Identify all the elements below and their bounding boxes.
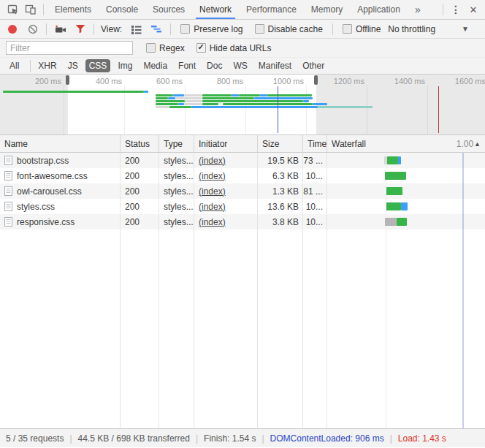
separator: | xyxy=(390,433,392,444)
divider xyxy=(332,23,333,35)
preserve-log-label: Preserve log xyxy=(194,24,242,34)
hide-data-urls-checkbox[interactable]: ✓ Hide data URLs xyxy=(196,43,272,53)
overview-gridline xyxy=(367,85,367,134)
empty-cell xyxy=(121,229,159,428)
type-filter-xhr[interactable]: XHR xyxy=(34,59,60,72)
ruler-tick-label: 800 ms xyxy=(199,77,243,86)
initiator-link[interactable]: (index) xyxy=(199,217,226,227)
type-filter-all[interactable]: All xyxy=(6,59,23,72)
table-empty-area xyxy=(0,229,485,428)
table-row[interactable]: owl-carousel.css 200 styles... (index) 1… xyxy=(0,183,485,199)
close-icon[interactable]: ✕ xyxy=(465,1,482,18)
initiator-link[interactable]: (index) xyxy=(199,202,226,212)
overview-request-bar xyxy=(185,100,202,102)
initiator-link[interactable]: (index) xyxy=(199,171,226,181)
more-tabs-icon[interactable]: » xyxy=(408,0,428,19)
screenshot-capture-icon[interactable] xyxy=(55,24,66,34)
separator: | xyxy=(261,433,264,444)
request-time: 73 ... xyxy=(303,153,327,168)
initiator-link[interactable]: (index) xyxy=(199,186,226,197)
dropdown-arrow-icon[interactable]: ▼ xyxy=(462,25,469,33)
record-button[interactable] xyxy=(8,25,17,34)
waterfall-scale-value: 1.00 xyxy=(457,139,473,149)
preserve-log-checkbox[interactable]: Preserve log xyxy=(180,24,242,34)
tab-network[interactable]: Network xyxy=(192,0,239,19)
checkbox-icon xyxy=(180,24,190,34)
inspect-element-icon[interactable] xyxy=(4,1,22,18)
list-view-icon[interactable] xyxy=(131,24,142,34)
regex-checkbox[interactable]: Regex xyxy=(146,43,185,53)
overview-request-bar xyxy=(202,97,254,99)
device-toolbar-icon[interactable] xyxy=(22,1,39,18)
type-filter-css[interactable]: CSS xyxy=(85,59,111,72)
empty-cell xyxy=(159,229,194,428)
request-status: 200 xyxy=(121,183,159,199)
overview-gridline xyxy=(306,85,307,134)
column-header-name[interactable]: Name xyxy=(0,135,121,152)
waterfall-bar-segment xyxy=(397,218,407,226)
overview-request-bar xyxy=(303,100,309,102)
initiator-link[interactable]: (index) xyxy=(199,156,226,166)
type-filter-ws[interactable]: WS xyxy=(229,59,251,72)
type-filter-doc[interactable]: Doc xyxy=(203,59,226,72)
waterfall-bar-segment xyxy=(398,156,401,164)
request-size: 13.6 KB xyxy=(258,199,303,214)
filter-input[interactable] xyxy=(6,41,133,55)
request-name: bootstrap.css xyxy=(17,156,69,166)
tab-console[interactable]: Console xyxy=(99,0,145,19)
kebab-menu-icon[interactable]: ⋮ xyxy=(447,1,465,18)
offline-checkbox[interactable]: Offline xyxy=(343,24,381,34)
table-row[interactable]: font-awesome.css 200 styles... (index) 6… xyxy=(0,168,485,183)
panel-tabs: ElementsConsoleSourcesNetworkPerformance… xyxy=(47,0,408,19)
tab-performance[interactable]: Performance xyxy=(239,0,304,19)
table-row[interactable]: bootstrap.css 200 styles... (index) 19.5… xyxy=(0,153,485,168)
request-name: styles.css xyxy=(17,202,55,212)
timeline-overview[interactable]: 200 ms400 ms600 ms800 ms1000 ms1200 ms14… xyxy=(0,75,485,135)
dom-content-loaded-marker xyxy=(278,86,278,133)
overview-request-bar xyxy=(3,91,144,93)
type-filter-media[interactable]: Media xyxy=(140,59,171,72)
table-row[interactable]: responsive.css 200 styles... (index) 3.8… xyxy=(0,214,485,229)
requests-table-header: NameStatusTypeInitiatorSizeTimeWaterfall… xyxy=(0,135,485,153)
table-row[interactable]: styles.css 200 styles... (index) 13.6 KB… xyxy=(0,199,485,214)
request-status: 200 xyxy=(121,153,159,168)
overview-left-handle[interactable] xyxy=(66,75,69,85)
overview-request-bar xyxy=(144,91,148,93)
column-header-waterfall[interactable]: Waterfall1.00▲ xyxy=(327,135,485,152)
type-filter-img[interactable]: Img xyxy=(114,59,136,72)
column-header-initiator[interactable]: Initiator xyxy=(194,135,258,152)
column-header-type[interactable]: Type xyxy=(159,135,194,152)
throttling-dropdown[interactable]: No throttling xyxy=(388,24,435,34)
type-filter-other[interactable]: Other xyxy=(299,59,328,72)
sort-ascending-icon: ▲ xyxy=(474,140,481,148)
overview-request-bar xyxy=(156,103,178,105)
tab-memory[interactable]: Memory xyxy=(304,0,350,19)
tab-sources[interactable]: Sources xyxy=(145,0,192,19)
column-header-size[interactable]: Size xyxy=(258,135,303,152)
transferred-size: 44.5 KB / 698 KB transferred xyxy=(78,433,190,444)
waterfall-view-icon[interactable] xyxy=(150,24,162,34)
empty-cell xyxy=(303,229,327,428)
file-icon xyxy=(4,202,12,211)
tab-elements[interactable]: Elements xyxy=(47,0,99,19)
overview-right-handle[interactable] xyxy=(314,75,318,85)
filter-icon[interactable] xyxy=(75,24,85,34)
tab-application[interactable]: Application xyxy=(350,0,408,19)
type-filter-font[interactable]: Font xyxy=(175,59,199,72)
type-filter-js[interactable]: JS xyxy=(64,59,82,72)
column-header-time[interactable]: Time xyxy=(303,135,327,152)
clear-button[interactable] xyxy=(28,24,38,34)
type-filter-manifest[interactable]: Manifest xyxy=(255,59,295,72)
finish-time: Finish: 1.54 s xyxy=(204,433,256,444)
load-event-marker xyxy=(438,86,439,133)
column-header-status[interactable]: Status xyxy=(121,135,159,152)
overview-request-bar xyxy=(318,106,373,108)
overview-request-bar xyxy=(168,97,175,99)
waterfall-bar-segment xyxy=(387,156,398,164)
overview-request-bar xyxy=(184,103,202,105)
disable-cache-checkbox[interactable]: Disable cache xyxy=(255,24,323,34)
overview-request-bar xyxy=(260,94,267,96)
waterfall-cell xyxy=(327,153,485,168)
overview-request-bar xyxy=(223,103,313,105)
divider xyxy=(43,4,44,15)
